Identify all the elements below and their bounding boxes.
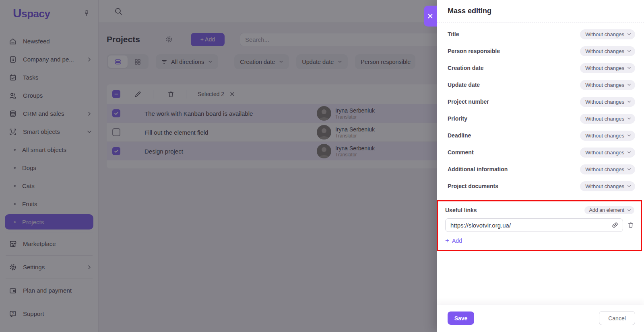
fields-list: Title Without changes Person responsible… [437,23,644,195]
field-label: Priority [448,115,467,122]
chevron-down-icon [627,66,631,70]
field-value: Without changes [585,82,624,88]
field-row-title: Title Without changes [437,26,644,43]
chevron-down-icon [627,184,631,188]
field-value-dropdown[interactable]: Without changes [580,80,635,90]
field-value: Without changes [585,183,624,189]
modal-backdrop[interactable] [0,0,437,332]
cancel-button[interactable]: Cancel [599,311,635,325]
field-label: Additional information [448,166,508,172]
field-label: Comment [448,149,474,156]
plus-icon: + [445,238,449,244]
field-row-additional-information: Additional information Without changes [437,161,644,178]
chevron-down-icon [627,117,631,121]
field-value: Without changes [585,99,624,105]
field-row-update-date: Update date Without changes [437,76,644,93]
drawer-title: Mass editing [448,7,491,15]
field-value-dropdown[interactable]: Without changes [580,164,635,174]
field-value-dropdown[interactable]: Without changes [580,148,635,158]
field-value-dropdown[interactable]: Without changes [580,97,635,107]
field-label: Title [448,31,459,37]
field-value: Without changes [585,133,624,139]
field-value-dropdown[interactable]: Without changes [580,131,635,141]
field-value: Without changes [585,31,624,37]
delete-link-trash-icon[interactable] [627,221,634,229]
field-row-person-responsible: Person responsible Without changes [437,43,644,59]
mass-editing-drawer: Mass editing Title Without changes Perso… [437,0,644,332]
field-value-dropdown[interactable]: Without changes [580,181,635,191]
field-row-comment: Comment Without changes [437,144,644,161]
drawer-footer: Save Cancel [437,305,644,332]
chevron-down-icon [627,167,631,171]
field-value-dropdown[interactable]: Without changes [580,29,635,39]
field-row-project-number: Project number Without changes [437,93,644,110]
field-label: Creation date [448,65,483,71]
field-label: Person responsible [448,48,500,54]
url-input[interactable] [445,218,623,232]
chevron-down-icon [627,49,631,53]
field-value: Without changes [585,150,624,156]
field-value: Without changes [585,65,624,71]
chevron-down-icon [627,100,631,104]
useful-links-section: Useful links Add an element + Add [437,200,642,251]
field-value-dropdown[interactable]: Without changes [580,114,635,124]
field-value-dropdown[interactable]: Without changes [580,46,635,56]
field-value: Without changes [585,116,624,122]
add-link-label: Add [452,238,462,244]
chevron-down-icon [627,32,631,36]
field-label: Project documents [448,183,498,189]
field-row-priority: Priority Without changes [437,110,644,127]
field-label: Project number [448,98,489,105]
save-button[interactable]: Save [448,312,474,325]
close-drawer-button[interactable] [424,6,437,27]
chevron-down-icon [627,208,631,212]
field-row-project-documents: Project documents Without changes [437,178,644,195]
field-value: Without changes [585,166,624,172]
field-label: Update date [448,82,480,88]
field-label: Deadline [448,132,471,139]
close-icon [427,13,433,19]
add-element-label: Add an element [589,207,624,213]
add-element-dropdown[interactable]: Add an element [584,206,634,214]
chevron-down-icon [627,83,631,87]
chevron-down-icon [627,133,631,137]
chevron-down-icon [627,150,631,154]
add-link-button[interactable]: + Add [445,238,462,244]
field-value: Without changes [585,48,624,54]
field-row-deadline: Deadline Without changes [437,127,644,144]
link-icon[interactable] [611,221,619,229]
useful-links-label: Useful links [445,207,477,213]
field-row-creation-date: Creation date Without changes [437,59,644,76]
field-value-dropdown[interactable]: Without changes [580,63,635,73]
